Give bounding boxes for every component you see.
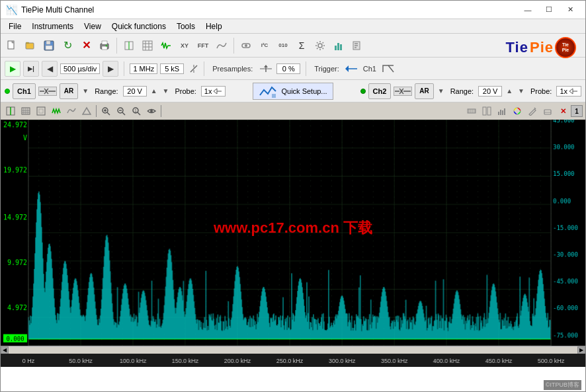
waveform-tool[interactable] (157, 37, 175, 54)
measure-btn[interactable] (464, 104, 479, 118)
smooth-tool[interactable] (213, 37, 230, 54)
back-button[interactable]: ◀ (42, 61, 58, 77)
quick-setup-area: Quick Setup... (228, 83, 357, 100)
menu-instruments[interactable]: Instruments (26, 19, 79, 34)
cursor2-btn[interactable] (480, 104, 494, 118)
svg-rect-6 (46, 46, 52, 50)
svg-rect-54 (37, 107, 45, 115)
logo-pie: Pie (530, 40, 554, 55)
stop-red-button[interactable]: ✕ (77, 37, 95, 54)
export-tool[interactable] (349, 37, 366, 54)
zoom-reset-btn[interactable]: 1 (129, 104, 144, 118)
svg-rect-8 (102, 41, 107, 44)
ch1-down-arrow[interactable]: ▼ (81, 87, 90, 95)
ch1-range-value: 20 V (123, 86, 147, 97)
svg-point-67 (150, 110, 153, 112)
chart-tool[interactable] (330, 37, 347, 54)
svg-rect-78 (504, 108, 505, 115)
zoom-out-btn[interactable] (114, 104, 128, 118)
oscilloscope-display[interactable] (1, 120, 585, 346)
fft-tool[interactable]: FFT (194, 37, 212, 54)
chart-toolbar: 1 ✕ (1, 102, 585, 120)
logo-circle: TiePie (555, 37, 576, 58)
settings-tool[interactable] (312, 37, 329, 54)
pattern-tool[interactable] (237, 37, 255, 54)
spectrum-btn[interactable] (495, 104, 509, 118)
scroll-track[interactable] (9, 347, 577, 354)
svg-rect-22 (337, 43, 339, 50)
ch2-range-up[interactable]: ▲ (505, 87, 514, 95)
scroll-left-btn[interactable]: ◀ (1, 346, 9, 354)
xy-tool[interactable]: XY (176, 37, 193, 54)
trigger-channel-icon (345, 64, 358, 73)
ch2-down-arrow[interactable]: ▼ (437, 87, 446, 95)
pencil-btn[interactable] (525, 104, 540, 118)
eye-btn[interactable] (144, 104, 159, 118)
eraser-btn[interactable] (540, 104, 555, 118)
ch1-ar-button[interactable]: AR (60, 83, 78, 99)
save-button[interactable] (40, 37, 58, 54)
logo-tie: Tie (506, 40, 528, 55)
menu-view[interactable]: View (79, 19, 106, 34)
ch1-indicator (5, 89, 10, 94)
ch1-probe-value: 1x (201, 86, 226, 97)
samples-icon (189, 64, 198, 73)
cursor-tool[interactable] (120, 37, 138, 54)
chart-timediv-btn[interactable] (19, 104, 33, 118)
chart-wave-btn[interactable] (49, 104, 63, 118)
minimize-button[interactable]: — (518, 3, 538, 17)
close-button[interactable]: ✕ (560, 3, 580, 17)
quick-setup-button[interactable]: Quick Setup... (253, 83, 333, 100)
ch2-range-down[interactable]: ▼ (517, 87, 526, 95)
channel-bar: Ch1 AR ▼ Range: 20 V ▲ ▼ Probe: 1x Quick… (1, 80, 585, 102)
single-button[interactable]: ▶| (23, 61, 39, 77)
sigma-tool[interactable]: Σ (293, 37, 310, 54)
chart-tri-btn[interactable] (79, 104, 94, 118)
grid-tool[interactable] (139, 37, 156, 54)
h-scrollbar[interactable]: ◀ ▶ (1, 346, 585, 354)
svg-line-36 (388, 65, 394, 72)
app-title: TiePie Multi Channel (21, 5, 94, 15)
svg-rect-77 (502, 110, 503, 115)
ch2-range-value: 20 V (478, 86, 502, 97)
menu-help[interactable]: Help (200, 19, 228, 34)
play-button[interactable]: ▶ (5, 61, 21, 77)
forward-button[interactable]: ▶ (103, 61, 118, 77)
ch2-button[interactable]: Ch2 (368, 83, 392, 99)
transport-sep-3 (306, 61, 306, 76)
print-button[interactable] (96, 37, 113, 54)
svg-marker-44 (569, 89, 573, 94)
svg-rect-5 (46, 41, 50, 44)
menu-quick-functions[interactable]: Quick functions (106, 19, 171, 34)
color-btn[interactable] (510, 104, 524, 118)
trigger-edge-icon (382, 64, 395, 73)
refresh-button[interactable]: ↻ (59, 37, 76, 54)
ch2-ar-button[interactable]: AR (415, 83, 433, 99)
tiepie-logo: Tie Pie TiePie (506, 37, 576, 58)
i2c-tool[interactable]: I²C (256, 37, 273, 54)
zoom-in-btn[interactable] (99, 104, 113, 118)
chart-smooth-btn[interactable] (64, 104, 79, 118)
transport-sep-1 (124, 61, 124, 76)
chart-num: 1 (571, 105, 583, 117)
ch1-range-down[interactable]: ▼ (161, 87, 171, 95)
ch1-button[interactable]: Ch1 (13, 83, 36, 99)
scroll-right-btn[interactable]: ▶ (577, 346, 585, 354)
menu-bar: File Instruments View Quick functions To… (1, 19, 585, 34)
svg-marker-39 (214, 89, 217, 94)
new-button[interactable] (3, 37, 21, 54)
transport-sep-2 (204, 61, 204, 76)
menu-file[interactable]: File (3, 19, 26, 34)
maximize-button[interactable]: ☐ (539, 3, 559, 17)
ch1-range-up[interactable]: ▲ (149, 87, 159, 95)
chart-cursor-btn[interactable] (3, 104, 18, 118)
menu-tools[interactable]: Tools (171, 19, 200, 34)
digital-tool[interactable]: 010 (274, 37, 292, 54)
svg-marker-34 (345, 65, 349, 72)
close-chart-btn[interactable]: ✕ (556, 104, 570, 118)
app-icon: 📉 (6, 5, 17, 15)
presamples-label: Presamples: (210, 65, 255, 73)
open-button[interactable] (22, 37, 39, 54)
samples-display: 5 kS (160, 63, 184, 74)
chart-grid-btn[interactable] (34, 104, 48, 118)
